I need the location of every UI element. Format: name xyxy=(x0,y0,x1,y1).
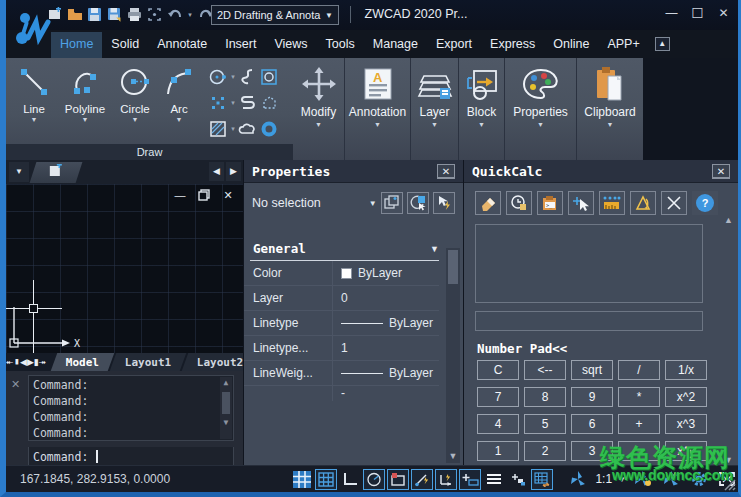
chevron-down-icon[interactable]: ▾ xyxy=(229,99,237,107)
ellipse-icon[interactable] xyxy=(209,68,227,86)
arc-tool-button[interactable]: Arc ▼ xyxy=(158,60,200,144)
clear-icon[interactable] xyxy=(475,191,501,215)
scroll-up-icon[interactable]: ▲ xyxy=(722,215,735,225)
viewport-close-icon[interactable]: ✕ xyxy=(221,188,235,202)
tab-tools[interactable]: Tools xyxy=(317,32,364,58)
number-pad-label[interactable]: Number Pad<< xyxy=(477,341,567,356)
key-7[interactable]: 7 xyxy=(477,387,519,407)
snap-icon[interactable] xyxy=(291,469,313,490)
scroll-left-icon[interactable]: ◀ xyxy=(209,162,224,181)
chevron-down-icon[interactable]: ▾ xyxy=(229,73,237,81)
properties-header[interactable]: Properties ✕ xyxy=(244,160,463,183)
chevron-down-icon[interactable]: ▼ xyxy=(618,475,626,484)
key-add[interactable]: + xyxy=(618,414,660,434)
menu-icon[interactable] xyxy=(483,469,505,490)
draw-panel-label[interactable]: Draw xyxy=(6,144,293,160)
document-list-dropdown-icon[interactable]: ▼ xyxy=(9,162,29,182)
properties-scrollbar[interactable]: ▼ xyxy=(446,248,460,463)
scroll-up-icon[interactable]: ▲ xyxy=(220,377,232,389)
key-9[interactable]: 9 xyxy=(571,387,613,407)
selection-cycling-icon[interactable] xyxy=(507,469,529,490)
scrollbar-thumb[interactable] xyxy=(448,250,458,284)
property-row-linetype[interactable]: Linetype ByLayer xyxy=(244,311,439,336)
scrollbar-thumb[interactable] xyxy=(222,392,230,414)
gear-icon[interactable] xyxy=(688,469,710,490)
layer-panel-button[interactable]: Layer ▼ xyxy=(411,58,459,160)
key-5[interactable]: 5 xyxy=(524,414,566,434)
grid-icon[interactable] xyxy=(315,469,337,490)
workspace-dropdown[interactable]: 2D Drafting & Annota ▼ xyxy=(211,5,339,25)
maximize-button[interactable]: ☐ xyxy=(689,4,706,21)
close-button[interactable]: ✕ xyxy=(715,4,732,21)
wipeout-icon[interactable] xyxy=(260,94,278,112)
modify-panel-button[interactable]: Modify ▼ xyxy=(293,58,345,160)
angle-icon[interactable] xyxy=(630,191,656,215)
plot-frame-icon[interactable] xyxy=(146,6,163,23)
key-square[interactable]: x^2 xyxy=(665,387,707,407)
spline-fit-icon[interactable] xyxy=(239,94,257,112)
history-icon[interactable] xyxy=(506,191,532,215)
ortho-icon[interactable] xyxy=(339,469,361,490)
tab-solid[interactable]: Solid xyxy=(102,32,148,58)
tab-manage[interactable]: Manage xyxy=(364,32,427,58)
chevron-down-icon[interactable]: ▼ xyxy=(176,116,183,123)
chevron-down-icon[interactable]: ▼ xyxy=(132,116,139,123)
save-as-icon[interactable] xyxy=(106,6,123,23)
minimize-button[interactable]: — xyxy=(663,4,680,21)
viewport-icon[interactable] xyxy=(531,469,553,490)
tab-views[interactable]: Views xyxy=(265,32,316,58)
save-icon[interactable] xyxy=(86,6,103,23)
revision-cloud-icon[interactable] xyxy=(238,121,258,137)
key-3[interactable]: 3 xyxy=(571,441,613,461)
tab-model[interactable]: Model xyxy=(51,353,115,371)
tab-export[interactable]: Export xyxy=(427,32,481,58)
property-row-linetype-scale[interactable]: Linetype... 1 xyxy=(244,336,439,361)
key-power[interactable]: x^y xyxy=(665,441,707,461)
key-sqrt[interactable]: sqrt xyxy=(571,360,613,380)
object-snap-tracking-icon[interactable] xyxy=(411,469,433,490)
scroll-down-icon[interactable]: ▼ xyxy=(722,455,735,465)
tab-annotate[interactable]: Annotate xyxy=(148,32,216,58)
command-input[interactable]: Command: xyxy=(28,447,234,467)
intersection-icon[interactable] xyxy=(661,191,687,215)
property-row-lineweight[interactable]: LineWeig... ByLayer xyxy=(244,361,439,386)
tab-express[interactable]: Express xyxy=(481,32,544,58)
property-row-partial[interactable]: - xyxy=(244,386,439,401)
ribbon-collapse-icon[interactable]: ▲ xyxy=(655,37,670,51)
line-tool-button[interactable]: Line ▼ xyxy=(10,60,58,144)
polyline-tool-button[interactable]: Polyline ▼ xyxy=(58,60,112,144)
tab-layout1[interactable]: Layout1 xyxy=(110,353,187,371)
chevron-down-icon[interactable]: ▼ xyxy=(82,116,89,123)
dynamic-ucs-icon[interactable] xyxy=(435,469,457,490)
prev-tab-icon[interactable]: ◀ xyxy=(20,357,27,367)
block-panel-button[interactable]: Block ▼ xyxy=(459,58,505,160)
donut-icon[interactable] xyxy=(260,120,278,138)
property-row-layer[interactable]: Layer 0 xyxy=(244,286,439,311)
distance-icon[interactable] xyxy=(599,191,625,215)
pickadd-toggle-icon[interactable] xyxy=(433,192,455,214)
last-tab-icon[interactable]: ▮⯮ xyxy=(34,357,46,368)
point-icon[interactable] xyxy=(209,94,227,112)
dynamic-input-icon[interactable] xyxy=(459,469,481,490)
key-1[interactable]: 1 xyxy=(477,441,519,461)
quickcalc-scrollbar[interactable]: ▲ ▼ xyxy=(722,215,735,465)
properties-panel-button[interactable]: Properties ▼ xyxy=(505,58,577,160)
clipboard-panel-button[interactable]: Clipboard ▼ xyxy=(577,58,643,160)
region-icon[interactable] xyxy=(260,68,278,86)
drawing-viewport[interactable]: — ✕ X xyxy=(6,184,243,353)
chevron-down-icon[interactable]: ▾ xyxy=(229,125,237,133)
polar-tracking-icon[interactable] xyxy=(363,469,385,490)
scroll-down-icon[interactable]: ▼ xyxy=(446,451,460,461)
select-objects-icon[interactable] xyxy=(381,192,403,214)
tab-insert[interactable]: Insert xyxy=(216,32,265,58)
key-subtract[interactable]: - xyxy=(618,441,660,461)
key-clear[interactable]: C xyxy=(477,360,519,380)
key-2[interactable]: 2 xyxy=(524,441,566,461)
quick-select-icon[interactable] xyxy=(407,192,429,214)
resize-grip[interactable] xyxy=(722,477,736,491)
object-snap-icon[interactable] xyxy=(387,469,409,490)
spline-icon[interactable] xyxy=(239,68,257,86)
hatch-icon[interactable] xyxy=(209,120,227,138)
key-8[interactable]: 8 xyxy=(524,387,566,407)
help-icon[interactable]: ? xyxy=(692,191,718,215)
